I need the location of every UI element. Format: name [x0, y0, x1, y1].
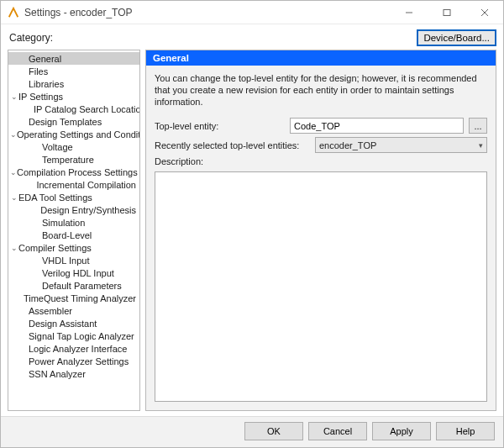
expand-caret-icon: ⌄ [10, 242, 18, 254]
maximize-button[interactable] [428, 1, 465, 24]
expand-caret-icon: ⌄ [10, 129, 17, 140]
dialog-body: GeneralFilesLibraries⌄IP SettingsIP Cata… [1, 50, 503, 416]
close-button[interactable] [465, 1, 503, 24]
recent-entities-value: encoder_TOP [319, 140, 376, 150]
recent-entities-label: Recently selected top-level entities: [155, 140, 310, 150]
tree-item-label: IP Settings [18, 91, 63, 103]
settings-dialog: Settings - encoder_TOP Category: Device/… [0, 0, 504, 448]
tree-power[interactable]: Power Analyzer Settings [8, 355, 139, 367]
tree-default-params[interactable]: Default Parameters [8, 279, 139, 292]
tree-general[interactable]: General [8, 52, 139, 65]
settings-panel: General You can change the top-level ent… [145, 50, 496, 411]
tree-board-level[interactable]: Board-Level [8, 229, 139, 241]
tree-design-templates[interactable]: Design Templates [8, 115, 139, 128]
description-textarea[interactable] [155, 171, 487, 402]
tree-item-label: Board-Level [42, 229, 92, 241]
device-board-button[interactable]: Device/Board... [417, 29, 496, 46]
tree-item-label: EDA Tool Settings [18, 192, 92, 203]
tree-item-label: Verilog HDL Input [42, 267, 114, 279]
tree-item-label: Power Analyzer Settings [29, 356, 129, 367]
tree-item-label: Compiler Settings [18, 242, 92, 254]
tree-operating[interactable]: ⌄Operating Settings and Conditions [8, 128, 139, 140]
tree-item-label: IP Catalog Search Locations [34, 103, 140, 115]
top-entity-input[interactable] [290, 118, 464, 134]
browse-entity-button[interactable]: ... [469, 118, 487, 134]
window-title: Settings - encoder_TOP [24, 7, 390, 18]
tree-item-label: Logic Analyzer Interface [29, 343, 127, 355]
titlebar: Settings - encoder_TOP [1, 1, 503, 24]
tree-compiler[interactable]: ⌄Compiler Settings [8, 241, 139, 254]
top-row: Category: Device/Board... [1, 24, 503, 50]
tree-item-label: TimeQuest Timing Analyzer [24, 293, 136, 304]
tree-lai[interactable]: Logic Analyzer Interface [8, 342, 139, 355]
tree-assembler[interactable]: Assembler [8, 304, 139, 317]
tree-item-label: Default Parameters [42, 280, 122, 292]
tree-simulation[interactable]: Simulation [8, 216, 139, 229]
tree-item-label: Compilation Process Settings [17, 166, 138, 178]
minimize-button[interactable] [390, 1, 428, 24]
panel-helptext: You can change the top-level entity for … [146, 66, 496, 116]
expand-caret-icon: ⌄ [10, 91, 18, 103]
tree-verilog[interactable]: Verilog HDL Input [8, 266, 139, 279]
tree-item-label: Voltage [42, 141, 73, 153]
tree-item-label: Incremental Compilation [36, 179, 136, 191]
tree-item-label: Assembler [29, 305, 72, 317]
tree-item-label: Operating Settings and Conditions [17, 129, 140, 140]
tree-item-label: Design Assistant [29, 318, 97, 329]
apply-button[interactable]: Apply [372, 422, 431, 440]
app-icon [8, 7, 19, 18]
description-label: Description: [155, 156, 285, 166]
tree-item-label: VHDL Input [42, 255, 89, 266]
cancel-button[interactable]: Cancel [308, 422, 367, 440]
tree-item-label: Temperature [42, 154, 94, 166]
tree-timequest[interactable]: TimeQuest Timing Analyzer [8, 292, 139, 304]
expand-caret-icon: ⌄ [10, 192, 18, 203]
tree-item-label: General [29, 53, 61, 65]
tree-item-label: Files [29, 66, 48, 77]
category-label: Category: [9, 32, 53, 44]
tree-design-assistant[interactable]: Design Assistant [8, 317, 139, 329]
tree-item-label: Design Entry/Synthesis [40, 204, 136, 216]
expand-caret-icon: ⌄ [10, 166, 17, 178]
tree-signaltap[interactable]: Signal Tap Logic Analyzer [8, 329, 139, 342]
top-entity-label: Top-level entity: [155, 121, 285, 131]
panel-header: General [146, 50, 496, 66]
ok-button[interactable]: OK [244, 422, 303, 440]
tree-design-entry[interactable]: Design Entry/Synthesis [8, 203, 139, 216]
tree-item-label: Simulation [42, 217, 85, 229]
tree-eda[interactable]: ⌄EDA Tool Settings [8, 191, 139, 203]
tree-compilation[interactable]: ⌄Compilation Process Settings [8, 166, 139, 178]
tree-item-label: Libraries [29, 78, 64, 90]
tree-item-label: Design Templates [29, 116, 102, 128]
tree-temperature[interactable]: Temperature [8, 153, 139, 166]
tree-item-label: Signal Tap Logic Analyzer [29, 330, 134, 342]
category-tree[interactable]: GeneralFilesLibraries⌄IP SettingsIP Cata… [8, 50, 140, 411]
tree-ssn[interactable]: SSN Analyzer [8, 367, 139, 380]
tree-ip-catalog[interactable]: IP Catalog Search Locations [8, 103, 139, 115]
recent-entities-select[interactable]: encoder_TOP [315, 137, 487, 153]
svg-rect-1 [444, 9, 450, 15]
tree-item-label: SSN Analyzer [29, 368, 86, 380]
help-button[interactable]: Help [436, 422, 495, 440]
tree-voltage[interactable]: Voltage [8, 140, 139, 153]
tree-vhdl[interactable]: VHDL Input [8, 254, 139, 266]
tree-incremental[interactable]: Incremental Compilation [8, 178, 139, 191]
tree-ip-settings[interactable]: ⌄IP Settings [8, 90, 139, 103]
tree-files[interactable]: Files [8, 65, 139, 77]
button-bar: OK Cancel Apply Help [1, 416, 503, 447]
tree-libraries[interactable]: Libraries [8, 77, 139, 90]
